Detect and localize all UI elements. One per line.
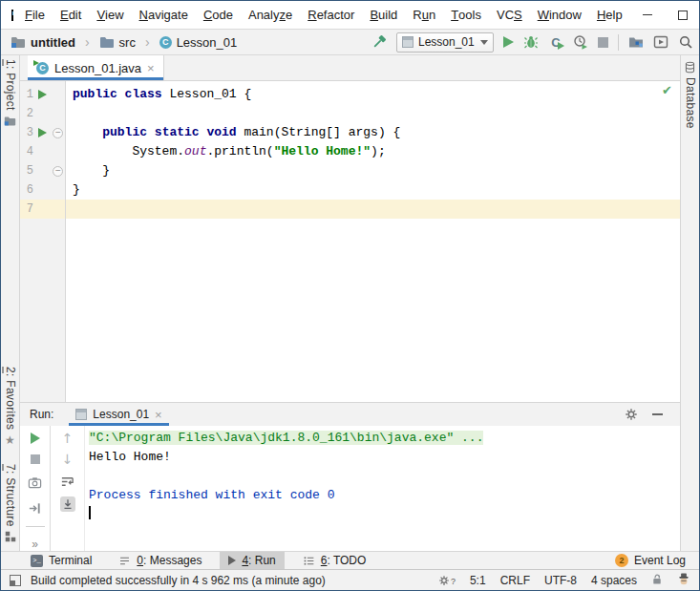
editor-tab-bar: C Lesson_01.java ×	[20, 55, 680, 81]
file-encoding[interactable]: UTF-8	[544, 574, 577, 587]
run-tab-close-icon[interactable]: ×	[155, 409, 162, 421]
search-everywhere-button[interactable]	[678, 34, 693, 50]
project-structure-button[interactable]	[628, 34, 644, 50]
chevron-right-icon: ›	[145, 34, 150, 50]
tool-button-terminal[interactable]: >_ Terminal	[22, 552, 100, 569]
menu-code[interactable]: Code	[196, 1, 241, 29]
tool-button-messages[interactable]: 0: Messages	[110, 552, 210, 569]
scroll-to-end-icon[interactable]	[60, 496, 75, 512]
menu-build[interactable]: Build	[362, 1, 405, 29]
breadcrumb-folder[interactable]: src	[119, 35, 136, 50]
app-icon	[402, 36, 414, 48]
settings-gear-icon[interactable]	[624, 407, 639, 422]
lock-icon[interactable]	[651, 573, 663, 588]
exit-process-icon[interactable]	[28, 500, 43, 516]
debug-button[interactable]	[523, 34, 539, 50]
run-tab-lesson-01[interactable]: Lesson_01 ×	[69, 403, 168, 426]
line-number: 6	[20, 183, 33, 197]
fold-icon[interactable]: −	[53, 128, 63, 138]
console-output[interactable]: "C:\Program Files\Java\jdk1.8.0_161\bin\…	[85, 426, 680, 551]
gutter-row-7: 7	[20, 200, 65, 219]
toolbar-actions: Lesson_01 C	[371, 32, 693, 53]
title-bar: FileEditViewNavigateCodeAnalyzeRefactorB…	[1, 1, 699, 30]
status-widgets: ? 5:1 CRLF UTF-8 4 spaces	[438, 572, 690, 588]
tab-lesson-01-java[interactable]: C Lesson_01.java ×	[28, 55, 164, 80]
gutter-row-5: 5−	[20, 161, 65, 180]
caret-position[interactable]: 5:1	[470, 574, 486, 587]
status-message: Build completed successfully in 4 s 962 …	[31, 574, 326, 587]
breadcrumb-class[interactable]: Lesson_01	[177, 35, 238, 50]
tool-button-run[interactable]: 4: Run	[220, 552, 284, 569]
run-tool-icon	[228, 556, 236, 565]
hide-panel-icon[interactable]	[652, 413, 663, 415]
run-line-icon[interactable]	[38, 128, 47, 137]
menu-window[interactable]: Window	[530, 1, 589, 29]
line-ending[interactable]: CRLF	[500, 574, 530, 587]
code-line-6[interactable]: }	[66, 180, 680, 200]
tab-close-icon[interactable]: ×	[147, 62, 155, 74]
menu-run[interactable]: Run	[405, 1, 443, 29]
star-icon: ★	[5, 433, 15, 447]
inspection-ok-icon[interactable]: ✔	[662, 83, 672, 97]
run-panel-title: Run:	[30, 408, 53, 421]
menu-view[interactable]: View	[89, 1, 131, 29]
run-anything-button[interactable]	[653, 34, 668, 50]
thread-dump-camera-icon[interactable]	[28, 475, 43, 490]
menu-vcs[interactable]: VCS	[489, 1, 530, 29]
sidebar-item-structure[interactable]: 7: Structure	[1, 464, 19, 542]
breadcrumb-project[interactable]: untitled	[31, 35, 75, 50]
more-actions-icon[interactable]: »	[32, 538, 38, 551]
profiler-button[interactable]	[573, 34, 588, 50]
build-hammer-icon[interactable]	[371, 34, 387, 50]
code-line-7[interactable]	[66, 200, 680, 219]
menu-help[interactable]: Help	[589, 1, 630, 29]
gutter-row-1: 1	[20, 85, 65, 104]
chevron-right-icon: ›	[85, 34, 90, 50]
todo-icon	[303, 555, 315, 567]
main-area: 1: Project 2: Favorites ★ 7: Structure C…	[1, 55, 699, 551]
menu-file[interactable]: File	[17, 1, 53, 29]
console-line-1: "C:\Program Files\Java\jdk1.8.0_161\bin\…	[89, 429, 680, 448]
gutter-row-2: 2	[20, 104, 65, 123]
sidebar-item-project[interactable]: 1: Project	[1, 59, 19, 127]
line-number: 5	[20, 164, 33, 178]
code-editor[interactable]: 123−45−67 public class Lesson_01 { publi…	[20, 81, 680, 402]
sidebar-item-database[interactable]: Database	[681, 61, 699, 129]
sidebar-item-favorites[interactable]: 2: Favorites ★	[1, 367, 19, 447]
tool-window-bar: >_ Terminal 0: Messages 4: Run 6: TODO 2…	[1, 551, 699, 569]
run-configuration-select[interactable]: Lesson_01	[396, 32, 494, 53]
background-tasks-icon[interactable]: ?	[438, 575, 456, 586]
maximize-button[interactable]	[666, 1, 700, 29]
run-button[interactable]	[503, 36, 514, 48]
menu-tools[interactable]: Tools	[443, 1, 489, 29]
fold-icon[interactable]: −	[53, 166, 63, 177]
gutter-row-4: 4	[20, 142, 65, 161]
tool-button-todo[interactable]: 6: TODO	[294, 552, 375, 569]
window-controls: ×	[630, 1, 700, 29]
down-stack-trace-icon[interactable]: ↓	[62, 453, 74, 466]
code-line-3[interactable]: public static void main(String[] args) {	[66, 123, 680, 142]
menu-refactor[interactable]: Refactor	[300, 1, 362, 29]
indent-size[interactable]: 4 spaces	[591, 574, 637, 587]
code-line-1[interactable]: public class Lesson_01 {	[66, 85, 680, 104]
event-log-button[interactable]: 2 Event Log	[615, 552, 699, 569]
toolwindow-toggle-icon[interactable]	[10, 575, 21, 586]
up-stack-trace-icon[interactable]: ↑	[62, 432, 74, 445]
minimize-button[interactable]	[630, 1, 666, 29]
menu-edit[interactable]: Edit	[53, 1, 89, 29]
code-line-5[interactable]: }	[66, 161, 680, 180]
menu-analyze[interactable]: Analyze	[241, 1, 300, 29]
run-with-coverage-button[interactable]: C	[548, 34, 563, 50]
database-icon	[684, 61, 696, 74]
console-line-3	[89, 467, 680, 486]
soft-wrap-icon[interactable]	[60, 474, 75, 489]
rerun-button[interactable]	[31, 433, 40, 444]
run-line-icon[interactable]	[38, 90, 47, 99]
project-icon	[4, 115, 16, 127]
console-line-4: Process finished with exit code 0	[89, 486, 680, 505]
highlighting-level-hector-icon[interactable]	[677, 572, 690, 588]
menu-navigate[interactable]: Navigate	[132, 1, 196, 29]
code-line-4[interactable]: System.out.println("Hello Home!");	[66, 142, 680, 161]
notification-badge: 2	[615, 554, 628, 567]
code-line-2[interactable]	[66, 104, 680, 123]
